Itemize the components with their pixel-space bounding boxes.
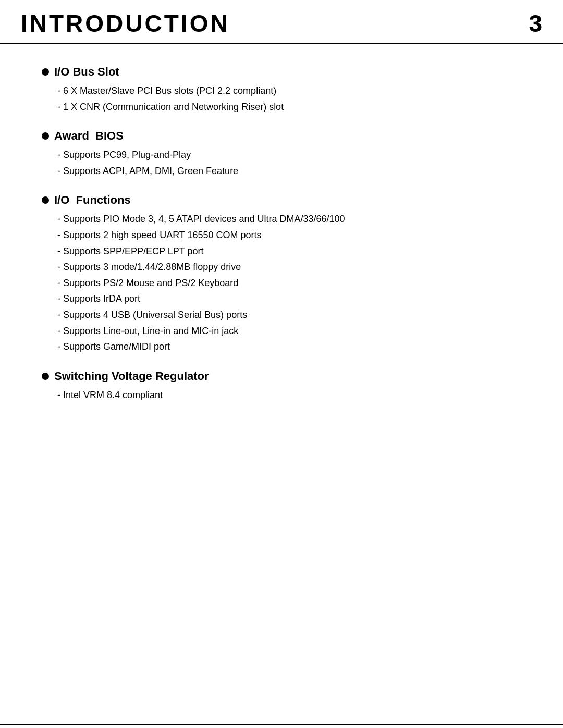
sub-items-award-bios: - Supports PC99, Plug-and-Play - Support…	[57, 147, 521, 179]
list-item: - 6 X Master/Slave PCI Bus slots (PCI 2.…	[57, 83, 521, 99]
bullet-icon	[42, 68, 49, 76]
page-footer	[0, 724, 563, 728]
page-container: INTRODUCTION 3 I/O Bus Slot - 6 X Master…	[0, 0, 563, 728]
section-switching-voltage-regulator: Switching Voltage Regulator - Intel VRM …	[42, 369, 521, 403]
heading-label-io-functions: I/O Functions	[54, 193, 131, 207]
list-item: - Supports Game/MIDI port	[57, 339, 521, 355]
list-item: - Supports PIO Mode 3, 4, 5 ATAPI device…	[57, 211, 521, 227]
list-item: - Intel VRM 8.4 compliant	[57, 387, 521, 403]
sub-items-io-bus-slot: - 6 X Master/Slave PCI Bus slots (PCI 2.…	[57, 83, 521, 115]
list-item: - Supports ACPI, APM, DMI, Green Feature	[57, 163, 521, 179]
heading-label-switching-voltage-regulator: Switching Voltage Regulator	[54, 369, 209, 383]
list-item: - Supports IrDA port	[57, 291, 521, 307]
section-io-bus-slot: I/O Bus Slot - 6 X Master/Slave PCI Bus …	[42, 65, 521, 115]
sub-items-io-functions: - Supports PIO Mode 3, 4, 5 ATAPI device…	[57, 211, 521, 354]
page-content: I/O Bus Slot - 6 X Master/Slave PCI Bus …	[0, 44, 563, 724]
list-item: - Supports PS/2 Mouse and PS/2 Keyboard	[57, 275, 521, 291]
heading-label-io-bus-slot: I/O Bus Slot	[54, 65, 119, 79]
list-item: - 1 X CNR (Communication and Networking …	[57, 99, 521, 115]
section-heading-io-functions: I/O Functions	[42, 193, 521, 207]
list-item: - Supports 3 mode/1.44/2.88MB floppy dri…	[57, 259, 521, 275]
bullet-icon	[42, 132, 49, 140]
section-io-functions: I/O Functions - Supports PIO Mode 3, 4, …	[42, 193, 521, 354]
section-award-bios: Award BIOS - Supports PC99, Plug-and-Pla…	[42, 129, 521, 179]
bullet-icon	[42, 196, 49, 204]
section-heading-award-bios: Award BIOS	[42, 129, 521, 143]
list-item: - Supports SPP/EPP/ECP LPT port	[57, 243, 521, 260]
heading-label-award-bios: Award BIOS	[54, 129, 124, 143]
list-item: - Supports 2 high speed UART 16550 COM p…	[57, 227, 521, 243]
bullet-icon	[42, 373, 49, 380]
list-item: - Supports 4 USB (Universal Serial Bus) …	[57, 307, 521, 323]
list-item: - Supports Line-out, Line-in and MIC-in …	[57, 323, 521, 339]
section-heading-switching-voltage-regulator: Switching Voltage Regulator	[42, 369, 521, 383]
page-header: INTRODUCTION 3	[0, 0, 563, 44]
page-number: 3	[529, 9, 542, 38]
section-heading-io-bus-slot: I/O Bus Slot	[42, 65, 521, 79]
list-item: - Supports PC99, Plug-and-Play	[57, 147, 521, 163]
sub-items-switching-voltage-regulator: - Intel VRM 8.4 compliant	[57, 387, 521, 403]
page-title: INTRODUCTION	[21, 9, 230, 38]
